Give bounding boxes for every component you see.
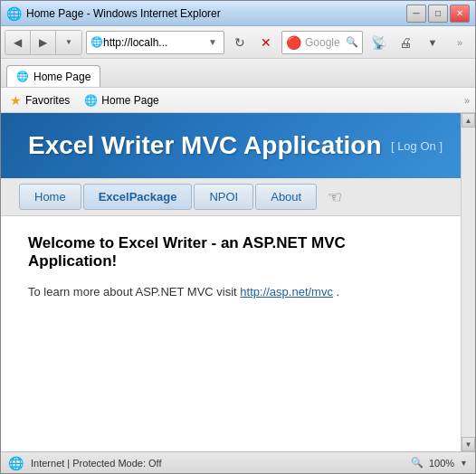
welcome-text: To learn more about ASP.NET MVC visit ht…: [28, 285, 433, 299]
log-on-anchor[interactable]: [ Log On ]: [391, 139, 443, 153]
window-title: Home Page - Windows Internet Explorer: [26, 7, 406, 20]
back-button[interactable]: ◀: [5, 31, 31, 54]
status-text: Internet | Protected Mode: Off: [31, 458, 404, 469]
hand-cursor-indicator: ☞: [328, 187, 342, 207]
favorites-button[interactable]: ★ Favorites: [6, 91, 73, 109]
minimize-button[interactable]: ─: [406, 5, 426, 23]
zoom-dropdown-icon[interactable]: ▼: [460, 459, 468, 468]
close-button[interactable]: ✕: [450, 5, 470, 23]
address-favicon: 🌐: [90, 36, 103, 48]
scroll-down-button[interactable]: ▼: [462, 437, 475, 451]
home-page-favicon: 🌐: [84, 94, 98, 107]
window-controls: ─ □ ✕: [406, 5, 470, 23]
title-bar: 🌐 Home Page - Windows Internet Explorer …: [1, 1, 475, 26]
favorites-label: Favorites: [25, 94, 70, 107]
address-text: http://localh...: [103, 36, 205, 49]
browser-toolbar: ◀ ▶ ▼ 🌐 http://localh... ▼ ↻ ✕ 🔴 Google …: [1, 26, 475, 59]
tab-home-page[interactable]: 🌐 Home Page: [6, 65, 100, 87]
scrollbar[interactable]: ▲ ▼: [461, 113, 475, 451]
refresh-button[interactable]: ↻: [228, 31, 252, 54]
zoom-icon: 🔍: [411, 457, 424, 469]
browser-tabs: 🌐 Home Page: [1, 59, 475, 88]
scroll-track[interactable]: [462, 128, 475, 437]
favorites-bar: ★ Favorites 🌐 Home Page »: [1, 88, 475, 113]
nav-item-home[interactable]: Home: [19, 184, 81, 210]
mvc-link[interactable]: http://asp.net/mvc: [240, 285, 333, 299]
toolbar-icons: ↻ ✕: [228, 31, 278, 54]
address-bar[interactable]: 🌐 http://localh... ▼: [86, 31, 224, 54]
page-header: Excel Writer MVC Application [ Log On ]: [1, 113, 461, 178]
favorites-expand-icon[interactable]: »: [464, 95, 470, 106]
search-placeholder: Google: [305, 36, 346, 49]
status-bar: 🌐 Internet | Protected Mode: Off 🔍 100% …: [1, 451, 475, 473]
page-body: Welcome to Excel Writer - an ASP.NET MVC…: [1, 216, 461, 451]
page-title: Excel Writer MVC Application: [28, 131, 433, 160]
browser-window: 🌐 Home Page - Windows Internet Explorer …: [0, 0, 476, 474]
home-page-favorite-label: Home Page: [101, 94, 158, 107]
nav-item-excelpackage[interactable]: ExcelPackage: [83, 184, 193, 210]
nav-menu: Home ExcelPackage NPOI About ☞: [1, 178, 461, 216]
status-right: 🔍 100% ▼: [411, 457, 468, 469]
tab-favicon: 🌐: [16, 71, 29, 82]
search-box[interactable]: 🔴 Google 🔍: [281, 31, 363, 54]
print-button[interactable]: 🖨: [394, 31, 417, 54]
maximize-button[interactable]: □: [428, 5, 448, 23]
content-area: Excel Writer MVC Application [ Log On ] …: [1, 113, 475, 451]
home-page-favorite[interactable]: 🌐 Home Page: [81, 92, 162, 109]
welcome-text-after: .: [337, 285, 340, 299]
tools-dropdown-button[interactable]: ▼: [421, 31, 444, 54]
tab-label: Home Page: [33, 71, 90, 83]
nav-buttons: ◀ ▶ ▼: [5, 30, 82, 55]
nav-dropdown-button[interactable]: ▼: [56, 31, 81, 54]
zoom-level: 100%: [429, 458, 454, 469]
scroll-up-button[interactable]: ▲: [462, 113, 475, 128]
stop-button[interactable]: ✕: [254, 31, 278, 54]
nav-item-about[interactable]: About: [255, 184, 317, 210]
address-dropdown-icon[interactable]: ▼: [205, 37, 220, 47]
scroll-content: Excel Writer MVC Application [ Log On ] …: [1, 113, 461, 451]
star-icon: ★: [10, 93, 22, 108]
welcome-text-before: To learn more about ASP.NET MVC visit: [28, 285, 240, 299]
welcome-heading: Welcome to Excel Writer - an ASP.NET MVC…: [28, 234, 433, 270]
browser-favicon: 🌐: [6, 6, 21, 21]
expand-button[interactable]: »: [448, 31, 471, 54]
login-link[interactable]: [ Log On ]: [391, 139, 443, 153]
forward-button[interactable]: ▶: [31, 31, 56, 54]
rss-button[interactable]: 📡: [367, 31, 390, 54]
nav-item-npoi[interactable]: NPOI: [194, 184, 253, 210]
search-button[interactable]: 🔍: [346, 36, 358, 48]
status-icon: 🌐: [8, 456, 24, 470]
